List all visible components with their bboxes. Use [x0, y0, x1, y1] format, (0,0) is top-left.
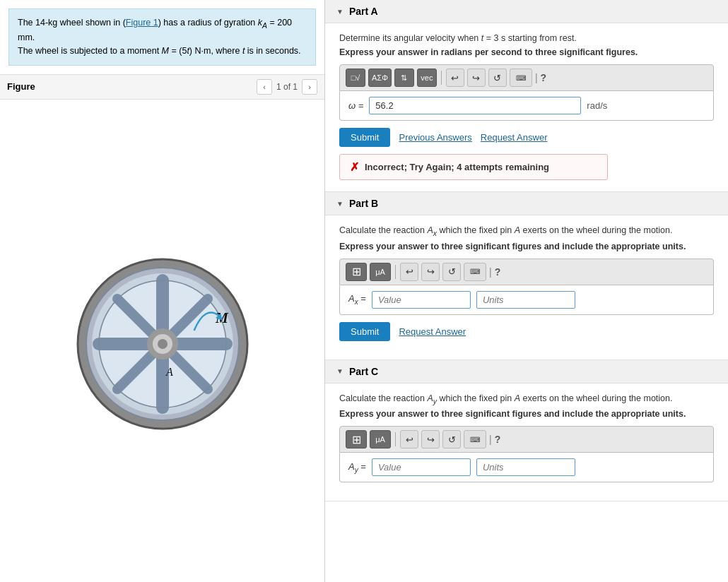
matrix-button-c[interactable]: ⊞: [346, 430, 367, 449]
keyboard-button-b[interactable]: ⌨: [464, 263, 486, 281]
part-a-section: ▼ Part A Determine its angular velocity …: [325, 0, 728, 192]
part-a-request-answer[interactable]: Request Answer: [481, 132, 548, 143]
sep-b1: [395, 265, 396, 279]
part-b-header: ▼ Part B: [325, 192, 728, 215]
part-a-instruction: Determine its angular velocity when t = …: [339, 33, 714, 43]
part-a-body: Determine its angular velocity when t = …: [325, 23, 728, 191]
pipe-b: |: [489, 266, 492, 278]
x-icon-a: ✗: [350, 160, 359, 174]
part-a-submit-button[interactable]: Submit: [339, 128, 390, 147]
part-a-answer-area: ω = rad/s: [339, 91, 714, 121]
part-a-label: ω =: [348, 100, 363, 111]
part-b-title: Part B: [349, 198, 378, 209]
matrix-button-b[interactable]: ⊞: [346, 263, 367, 281]
figure-page-info: 1 of 1: [276, 82, 298, 92]
figure-nav: ‹ 1 of 1 ›: [257, 79, 317, 95]
part-b-units-input[interactable]: [476, 291, 575, 309]
reset-button-a[interactable]: ↺: [488, 69, 507, 87]
undo-button-b[interactable]: ↩: [400, 263, 418, 281]
part-b-submit-button[interactable]: Submit: [339, 322, 390, 341]
part-c-header: ▼ Part C: [325, 360, 728, 384]
figure-next-button[interactable]: ›: [302, 79, 317, 95]
part-c-units-input[interactable]: [476, 458, 575, 476]
vec-button-a[interactable]: vec: [417, 69, 437, 87]
mu-button-c[interactable]: μA: [370, 430, 391, 449]
reset-button-b[interactable]: ↺: [442, 263, 461, 281]
svg-text:A: A: [165, 366, 173, 378]
part-a-title: Part A: [349, 6, 378, 17]
keyboard-button-a[interactable]: ⌨: [510, 69, 532, 87]
keyboard-button-c[interactable]: ⌨: [464, 430, 486, 449]
help-c[interactable]: ?: [495, 434, 501, 445]
part-b-answer-area: Ax =: [339, 285, 714, 315]
part-b-collapse[interactable]: ▼: [336, 200, 344, 208]
help-b[interactable]: ?: [495, 266, 501, 278]
part-c-express: Express your answer to three significant…: [339, 409, 714, 419]
figure-area: M A: [0, 100, 324, 582]
redo-button-b[interactable]: ↪: [421, 263, 440, 281]
part-c-title: Part C: [349, 366, 378, 377]
problem-text: The 14-kg wheel shown in (Figure 1) has …: [8, 8, 316, 66]
part-a-express: Express your answer in radians per secon…: [339, 47, 714, 57]
part-c-toolbar: ⊞ μA ↩ ↪ ↺ ⌨ | ?: [339, 426, 714, 453]
mu-button-b[interactable]: μA: [370, 263, 391, 281]
figure-link[interactable]: Figure 1: [126, 18, 158, 28]
part-a-header: ▼ Part A: [325, 0, 728, 23]
part-a-input[interactable]: [369, 97, 581, 114]
part-b-express: Express your answer to three significant…: [339, 242, 714, 251]
part-c-collapse[interactable]: ▼: [336, 367, 344, 375]
part-a-incorrect-banner: ✗ Incorrect; Try Again; 4 attempts remai…: [339, 154, 608, 180]
left-panel: The 14-kg wheel shown in (Figure 1) has …: [0, 0, 325, 582]
part-a-toolbar: □√ ΑΣΦ ⇅ vec ↩ ↪ ↺ ⌨ | ?: [339, 64, 714, 91]
pipe-a: |: [535, 72, 538, 83]
undo-button-c[interactable]: ↩: [400, 430, 418, 449]
sqrt-button-a[interactable]: □√: [346, 69, 365, 87]
part-b-instruction: Calculate the reaction Ax which the fixe…: [339, 225, 714, 237]
part-b-section: ▼ Part B Calculate the reaction Ax which…: [325, 192, 728, 360]
right-panel: ▼ Part A Determine its angular velocity …: [325, 0, 728, 582]
part-b-body: Calculate the reaction Ax which the fixe…: [325, 215, 728, 360]
part-c-instruction: Calculate the reaction Ay which the fixe…: [339, 393, 714, 405]
part-a-submit-row: Submit Previous Answers Request Answer: [339, 128, 714, 147]
help-a[interactable]: ?: [541, 72, 547, 83]
part-c-section: ▼ Part C Calculate the reaction Ay which…: [325, 360, 728, 502]
pipe-c: |: [489, 434, 492, 445]
redo-button-c[interactable]: ↪: [421, 430, 440, 449]
figure-title: Figure: [7, 81, 35, 92]
part-c-answer-area: Ay =: [339, 453, 714, 482]
part-c-value-input[interactable]: [372, 458, 471, 476]
sep-c1: [395, 432, 396, 446]
part-b-label: Ax =: [348, 293, 366, 306]
part-a-collapse[interactable]: ▼: [336, 8, 344, 16]
wheel-figure: M A: [57, 234, 269, 446]
part-a-prev-answers[interactable]: Previous Answers: [399, 132, 471, 143]
part-c-label: Ay =: [348, 461, 366, 474]
sep1: [441, 71, 442, 85]
part-b-request-answer[interactable]: Request Answer: [399, 326, 466, 337]
figure-prev-button[interactable]: ‹: [257, 79, 272, 95]
part-a-unit: rad/s: [587, 100, 607, 111]
part-b-submit-row: Submit Request Answer: [339, 322, 714, 341]
part-c-body: Calculate the reaction Ay which the fixe…: [325, 384, 728, 501]
undo-button-a[interactable]: ↩: [446, 69, 464, 87]
figure-header: Figure ‹ 1 of 1 ›: [0, 74, 324, 100]
part-b-toolbar: ⊞ μA ↩ ↪ ↺ ⌨ | ?: [339, 259, 714, 285]
redo-button-a[interactable]: ↪: [467, 69, 486, 87]
svg-point-10: [158, 339, 168, 349]
part-a-incorrect-text: Incorrect; Try Again; 4 attempts remaini…: [365, 162, 549, 172]
reset-button-c[interactable]: ↺: [442, 430, 461, 449]
part-b-value-input[interactable]: [372, 291, 471, 309]
greek-button-a[interactable]: ΑΣΦ: [368, 69, 392, 87]
arrows-button-a[interactable]: ⇅: [394, 69, 414, 87]
